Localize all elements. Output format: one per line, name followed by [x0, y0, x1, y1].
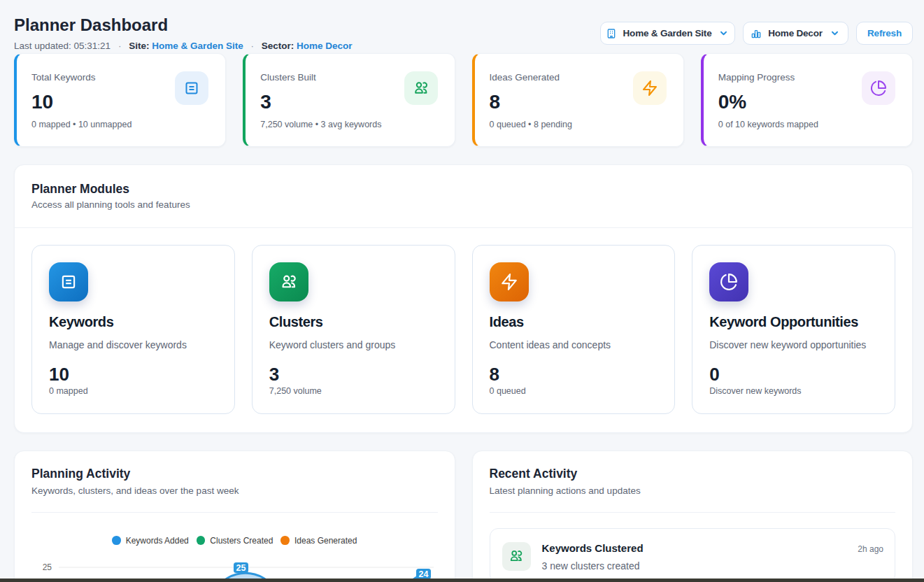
svg-text:25: 25 [236, 563, 246, 573]
svg-text:24: 24 [419, 569, 429, 579]
svg-text:25: 25 [43, 562, 52, 572]
